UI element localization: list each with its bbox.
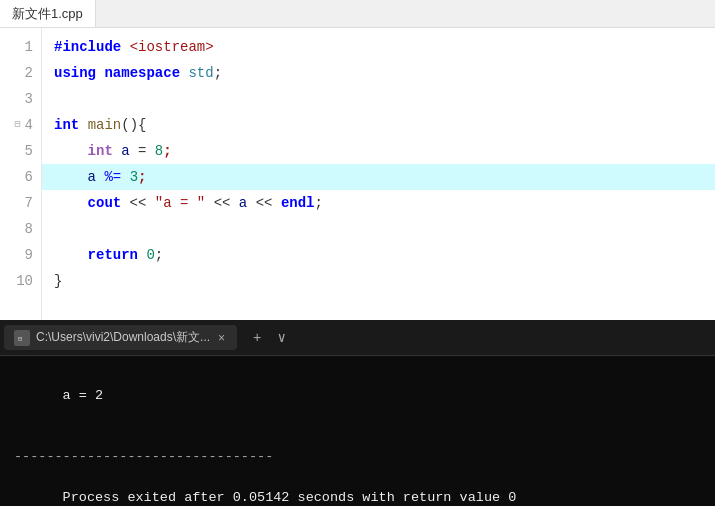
std-id: std — [188, 60, 213, 86]
terminal-divider: -------------------------------- — [14, 447, 701, 467]
terminal-tab-label: C:\Users\vivi2\Downloads\新文... — [36, 329, 210, 346]
endl-kw: endl — [281, 190, 315, 216]
editor-tab[interactable]: 新文件1.cpp — [0, 0, 96, 27]
svg-text:⊟: ⊟ — [18, 335, 22, 343]
line-num-7: 7 — [8, 190, 33, 216]
code-line-7: cout << "a = " << a << endl ; — [42, 190, 715, 216]
fold-icon-4[interactable]: ⊟ — [15, 112, 21, 138]
namespace-kw: namespace — [104, 60, 180, 86]
terminal-close-btn[interactable]: × — [216, 331, 227, 345]
tab-bar: 新文件1.cpp — [0, 0, 715, 28]
terminal-tab-bar: ⊟ C:\Users\vivi2\Downloads\新文... × + ∨ — [0, 320, 715, 356]
tab-label: 新文件1.cpp — [12, 5, 83, 23]
semicolon-6: ; — [138, 164, 146, 190]
var-a-2: a — [88, 164, 96, 190]
terminal: ⊟ C:\Users\vivi2\Downloads\新文... × + ∨ a… — [0, 320, 715, 506]
line-num-5: 5 — [8, 138, 33, 164]
terminal-empty-1 — [14, 427, 701, 447]
code-area: 1 2 3 ⊟ 4 5 6 7 8 9 10 #include <iostrea… — [0, 28, 715, 320]
code-line-8 — [42, 216, 715, 242]
code-line-1: #include <iostream> — [42, 34, 715, 60]
code-line-9: return 0 ; — [42, 242, 715, 268]
cout-kw: cout — [88, 190, 122, 216]
line-num-6: 6 — [8, 164, 33, 190]
terminal-chevron-btn[interactable]: ∨ — [273, 327, 289, 348]
editor: 新文件1.cpp 1 2 3 ⊟ 4 5 6 7 8 9 10 #include… — [0, 0, 715, 320]
int-kw-main: int — [54, 112, 79, 138]
line-num-1: 1 — [8, 34, 33, 60]
terminal-icon: ⊟ — [14, 330, 30, 346]
line-num-8: 8 — [8, 216, 33, 242]
include-kw: #include — [54, 34, 121, 60]
int-kw-a: int — [88, 138, 113, 164]
line-num-4: ⊟ 4 — [8, 112, 33, 138]
code-line-10: } — [42, 268, 715, 294]
code-line-6: a %= 3 ; — [42, 164, 715, 190]
using-kw: using — [54, 60, 96, 86]
terminal-output-1: a = 2 — [14, 366, 701, 427]
semicolon-5: ; — [163, 138, 171, 164]
num-8: 8 — [155, 138, 163, 164]
code-line-3 — [42, 86, 715, 112]
mod-op: %= — [104, 164, 121, 190]
num-0: 0 — [146, 242, 154, 268]
return-kw: return — [88, 242, 138, 268]
code-line-2: using namespace std ; — [42, 60, 715, 86]
num-3: 3 — [130, 164, 138, 190]
line-num-2: 2 — [8, 60, 33, 86]
var-a: a — [121, 138, 129, 164]
code-line-5: int a = 8 ; — [42, 138, 715, 164]
terminal-tab[interactable]: ⊟ C:\Users\vivi2\Downloads\新文... × — [4, 325, 237, 350]
terminal-output-2: Process exited after 0.05142 seconds wit… — [14, 467, 701, 506]
terminal-add-btn[interactable]: + — [249, 328, 265, 348]
line-num-3: 3 — [8, 86, 33, 112]
terminal-content: a = 2 -------------------------------- P… — [0, 356, 715, 506]
line-num-10: 10 — [8, 268, 33, 294]
str-a: "a = " — [155, 190, 205, 216]
var-a-3: a — [239, 190, 247, 216]
main-fn: main — [88, 112, 122, 138]
code-lines[interactable]: #include <iostream> using namespace std … — [42, 28, 715, 320]
code-line-4: int main (){ — [42, 112, 715, 138]
line-numbers: 1 2 3 ⊟ 4 5 6 7 8 9 10 — [0, 28, 42, 320]
include-path: <iostream> — [130, 34, 214, 60]
line-num-9: 9 — [8, 242, 33, 268]
terminal-actions: + ∨ — [249, 327, 290, 348]
